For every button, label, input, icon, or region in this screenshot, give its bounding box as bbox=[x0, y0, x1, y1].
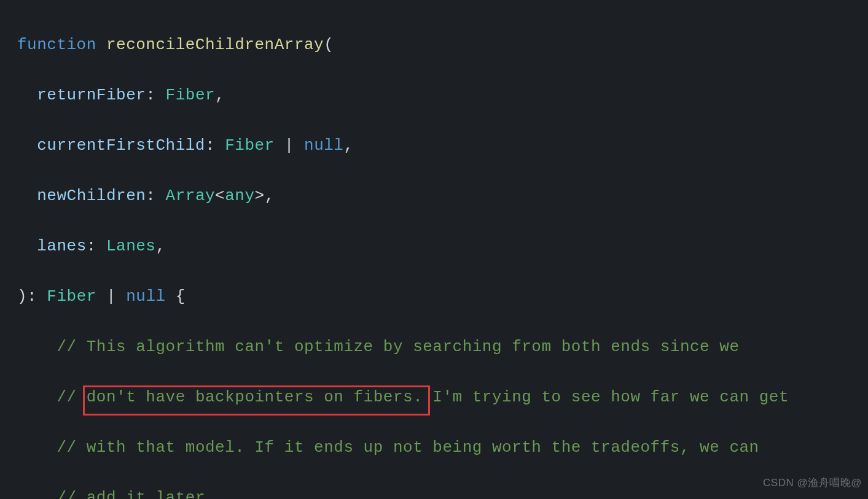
code-line: currentFirstChild: Fiber | null, bbox=[17, 133, 868, 158]
keyword-function: function bbox=[17, 36, 96, 54]
param-lanes: lanes bbox=[37, 237, 87, 255]
code-line: newChildren: Array<any>, bbox=[17, 184, 868, 209]
type-fiber: Fiber bbox=[166, 86, 216, 104]
comment-line: // add it later. bbox=[17, 485, 868, 499]
param-newChildren: newChildren bbox=[37, 187, 146, 205]
function-name: reconcileChildrenArray bbox=[106, 36, 324, 54]
comment-line: // don't have backpointers on fibers. I'… bbox=[17, 385, 868, 410]
param-currentFirstChild: currentFirstChild bbox=[37, 136, 205, 155]
param-returnFiber: returnFiber bbox=[37, 86, 146, 104]
code-line: ): Fiber | null { bbox=[17, 284, 868, 309]
comment-line: // with that model. If it ends up not be… bbox=[17, 435, 868, 460]
code-editor: function reconcileChildrenArray( returnF… bbox=[0, 0, 868, 499]
highlighted-comment: don't have backpointers on fibers. bbox=[87, 388, 423, 406]
code-line: lanes: Lanes, bbox=[17, 234, 868, 259]
code-line: function reconcileChildrenArray( bbox=[17, 33, 868, 58]
paren-open: ( bbox=[324, 36, 334, 54]
paren-close: ) bbox=[17, 287, 27, 306]
comment-line: // This algorithm can't optimize by sear… bbox=[17, 335, 868, 360]
code-line: returnFiber: Fiber, bbox=[17, 83, 868, 108]
watermark: CSDN @渔舟唱晚@ bbox=[763, 470, 862, 495]
brace-open: { bbox=[176, 287, 186, 306]
